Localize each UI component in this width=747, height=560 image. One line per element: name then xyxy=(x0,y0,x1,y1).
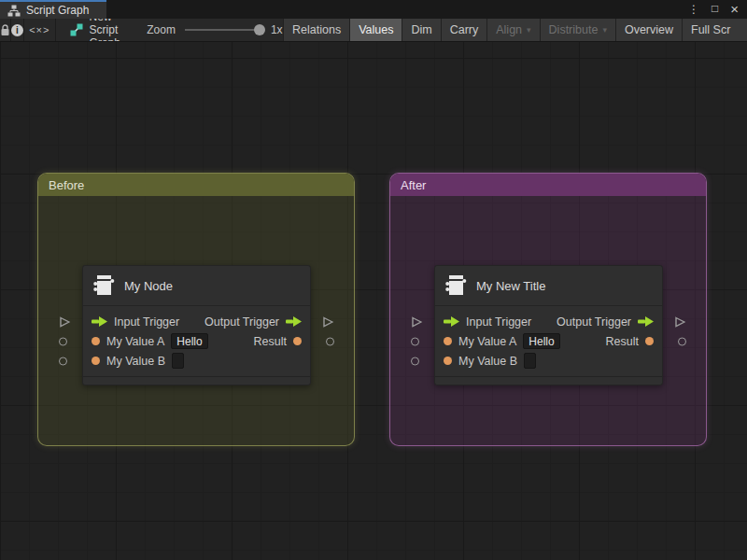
values-button[interactable]: Values xyxy=(349,19,402,41)
group-before[interactable]: Before My Node Input Trigger Output Tri xyxy=(37,173,355,446)
result-port-icon[interactable] xyxy=(645,337,654,345)
port-row-triggers: Input Trigger Output Trigger xyxy=(435,312,662,331)
close-icon[interactable]: × xyxy=(730,2,739,16)
align-button[interactable]: Align▾ xyxy=(486,19,539,41)
group-title: Before xyxy=(49,178,84,192)
zoom-label: Zoom xyxy=(147,23,176,36)
script-graph-icon xyxy=(70,23,83,36)
window-controls: ⋮ □ × xyxy=(688,0,747,19)
port-row-value-a: My Value A Hello Result xyxy=(435,331,662,351)
value-a-label: My Value A xyxy=(458,335,516,348)
node-footer xyxy=(435,376,662,385)
port-row-value-b: My Value B xyxy=(83,351,310,371)
external-value-port-icon[interactable] xyxy=(411,357,419,365)
input-trigger-label: Input Trigger xyxy=(114,315,179,329)
node-header[interactable]: My Node xyxy=(83,266,310,306)
tab-bar: Script Graph ⋮ □ × xyxy=(0,0,747,19)
toolbar: i <×> New Script Graph Zoom 1x Relations… xyxy=(0,19,747,42)
external-flow-port-icon[interactable] xyxy=(59,316,71,328)
output-trigger-label: Output Trigger xyxy=(204,315,279,329)
full-screen-button[interactable]: Full Scr xyxy=(682,19,747,41)
zoom-value: 1x xyxy=(271,23,283,36)
value-b-input[interactable] xyxy=(172,353,184,369)
value-a-port-icon[interactable] xyxy=(444,337,452,345)
code-preview-button[interactable]: <×> xyxy=(24,19,56,41)
value-a-label: My Value A xyxy=(106,335,164,348)
lock-button[interactable] xyxy=(0,19,11,41)
chevron-down-icon: ▾ xyxy=(602,25,607,35)
node-my-new-title[interactable]: My New Title Input Trigger Output Trigge… xyxy=(434,265,663,385)
port-row-value-b: My Value B xyxy=(435,351,662,371)
graph-asset-reference[interactable]: New Script Graph xyxy=(70,19,121,41)
result-label: Result xyxy=(254,335,287,348)
output-trigger-port-icon[interactable] xyxy=(638,316,654,327)
group-after-header[interactable]: After xyxy=(390,174,706,196)
node-title: My New Title xyxy=(476,279,545,293)
graph-canvas[interactable]: Before My Node Input Trigger Output Tri xyxy=(0,42,747,560)
external-flow-port-icon[interactable] xyxy=(411,316,423,328)
group-before-header[interactable]: Before xyxy=(38,174,354,196)
external-value-port-icon[interactable] xyxy=(678,337,686,345)
node-title: My Node xyxy=(124,279,173,293)
value-b-label: My Value B xyxy=(106,355,165,368)
group-title: After xyxy=(401,178,426,192)
input-trigger-label: Input Trigger xyxy=(466,315,531,329)
tab-script-graph[interactable]: Script Graph xyxy=(0,0,106,19)
external-value-port-icon[interactable] xyxy=(59,357,67,365)
zoom-slider[interactable] xyxy=(185,29,261,31)
external-flow-port-icon[interactable] xyxy=(322,316,334,328)
distribute-button[interactable]: Distribute▾ xyxy=(540,19,615,41)
port-row-triggers: Input Trigger Output Trigger xyxy=(83,312,310,331)
dim-button[interactable]: Dim xyxy=(402,19,440,41)
code-icon: <×> xyxy=(29,24,49,35)
value-b-label: My Value B xyxy=(458,355,517,368)
lock-icon xyxy=(0,24,10,36)
relations-button[interactable]: Relations xyxy=(283,19,349,41)
result-port-icon[interactable] xyxy=(293,337,302,345)
value-b-port-icon[interactable] xyxy=(92,357,100,365)
unit-icon xyxy=(92,273,115,298)
external-value-port-icon[interactable] xyxy=(411,337,419,345)
carry-button[interactable]: Carry xyxy=(441,19,487,41)
unit-icon xyxy=(444,273,467,298)
maximize-icon[interactable]: □ xyxy=(712,3,718,14)
zoom-control: Zoom 1x xyxy=(147,19,282,41)
node-body: Input Trigger Output Trigger My Value A … xyxy=(435,306,662,376)
external-value-port-icon[interactable] xyxy=(59,337,67,345)
hierarchy-icon xyxy=(7,5,21,17)
node-footer xyxy=(83,376,310,385)
input-trigger-port-icon[interactable] xyxy=(92,316,107,327)
value-b-port-icon[interactable] xyxy=(444,357,452,365)
zoom-slider-knob[interactable] xyxy=(254,24,265,35)
node-body: Input Trigger Output Trigger My Value A … xyxy=(83,306,310,376)
node-my-node[interactable]: My Node Input Trigger Output Trigger xyxy=(82,265,311,385)
info-button[interactable]: i xyxy=(11,19,24,41)
group-after[interactable]: After My New Title Input Trigger Output xyxy=(389,173,707,446)
script-graph-window: Script Graph ⋮ □ × i <×> New Script Grap… xyxy=(0,0,747,560)
value-b-input[interactable] xyxy=(524,353,536,369)
port-row-value-a: My Value A Hello Result xyxy=(83,331,310,351)
value-a-port-icon[interactable] xyxy=(92,337,100,345)
value-a-input[interactable]: Hello xyxy=(171,333,207,349)
info-icon: i xyxy=(11,24,23,36)
overview-button[interactable]: Overview xyxy=(615,19,682,41)
chevron-down-icon: ▾ xyxy=(527,25,531,35)
external-value-port-icon[interactable] xyxy=(326,337,334,345)
external-flow-port-icon[interactable] xyxy=(674,316,686,328)
output-trigger-label: Output Trigger xyxy=(557,315,631,329)
tab-label: Script Graph xyxy=(26,4,89,17)
graph-name-label: New Script Graph xyxy=(90,19,121,42)
value-a-input[interactable]: Hello xyxy=(523,333,559,349)
result-label: Result xyxy=(606,335,639,348)
input-trigger-port-icon[interactable] xyxy=(444,316,459,327)
window-menu-icon[interactable]: ⋮ xyxy=(688,4,699,15)
node-header[interactable]: My New Title xyxy=(435,266,662,306)
output-trigger-port-icon[interactable] xyxy=(286,316,302,327)
